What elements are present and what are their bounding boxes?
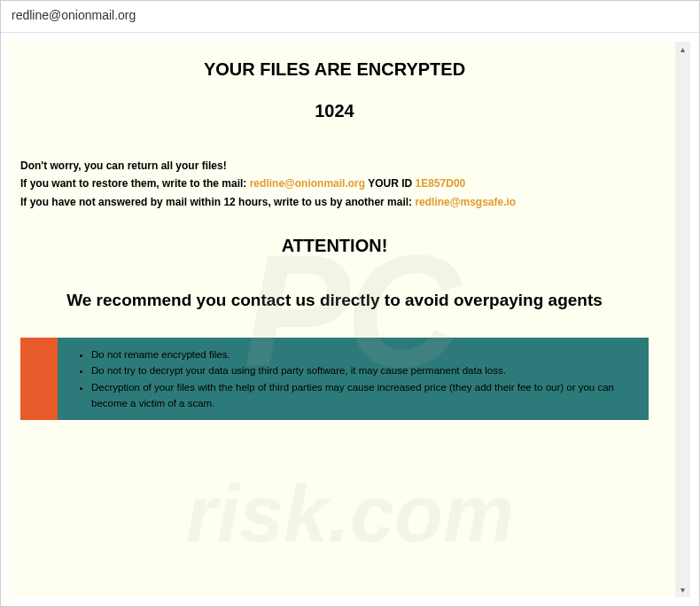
warning-item: Do not try to decrypt your data using th…	[91, 362, 631, 378]
warning-item: Decryption of your files with the help o…	[91, 379, 631, 412]
contact-email-1: redline@onionmail.org	[250, 177, 365, 190]
warning-item: Do not rename encrypted files.	[91, 346, 631, 362]
vertical-scrollbar[interactable]: ▴ ▾	[675, 42, 690, 597]
instructions-block: Don't worry, you can return all your fil…	[20, 157, 649, 211]
restore-prefix: If you want to restore them, write to th…	[20, 177, 250, 190]
restore-instruction: If you want to restore them, write to th…	[20, 175, 649, 192]
id-number: 1024	[20, 101, 649, 121]
scroll-down-icon[interactable]: ▾	[675, 582, 690, 597]
ransom-note-content: YOUR FILES ARE ENCRYPTED 1024 Don't worr…	[10, 42, 675, 438]
warning-accent-stripe	[20, 338, 58, 421]
content-area: PC risk.com YOUR FILES ARE ENCRYPTED 102…	[10, 42, 690, 597]
attention-heading: ATTENTION!	[20, 236, 649, 256]
backup-instruction: If you have not answered by mail within …	[20, 193, 649, 211]
window-titlebar[interactable]: redline@onionmail.org	[1, 1, 699, 33]
main-heading: YOUR FILES ARE ENCRYPTED	[20, 59, 649, 80]
backup-prefix: If you have not answered by mail within …	[20, 196, 415, 208]
ransom-window: redline@onionmail.org PC risk.com YOUR F…	[0, 0, 700, 607]
watermark-domain: risk.com	[186, 468, 514, 559]
your-id-label: YOUR ID	[365, 177, 415, 190]
contact-email-2: redline@msgsafe.io	[415, 196, 516, 208]
recommend-text: We recommend you contact us directly to …	[20, 281, 649, 320]
reassure-text: Don't worry, you can return all your fil…	[20, 157, 649, 175]
scroll-up-icon[interactable]: ▴	[675, 42, 690, 57]
victim-id: 1E857D00	[416, 177, 466, 190]
warning-list: Do not rename encrypted files. Do not tr…	[58, 338, 649, 421]
warning-box: Do not rename encrypted files. Do not tr…	[20, 338, 649, 421]
